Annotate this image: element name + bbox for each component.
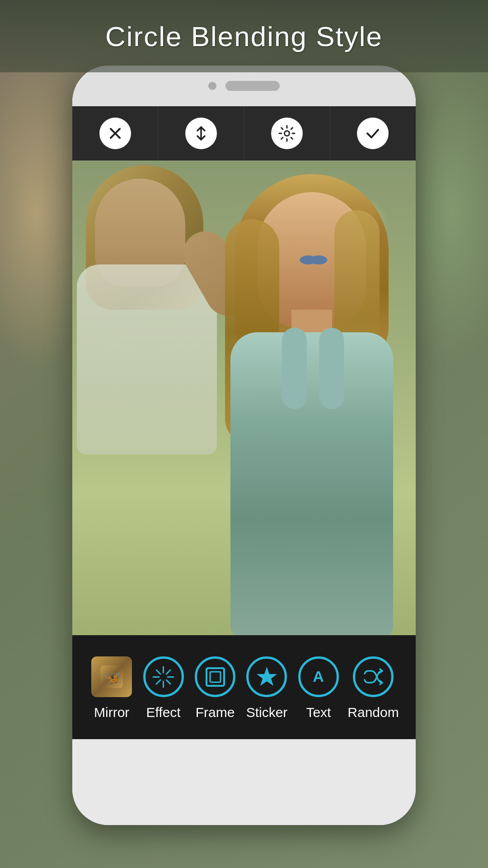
effect-label: Effect — [146, 705, 181, 720]
tool-mirror[interactable]: 🦋 Mirror — [89, 654, 134, 720]
title-area: Circle Blending Style — [0, 0, 488, 72]
sticker-icon-wrap — [244, 654, 289, 699]
random-icon-wrap — [351, 654, 396, 699]
close-icon — [99, 118, 131, 149]
text-label: Text — [306, 705, 331, 720]
photo-canvas[interactable] — [72, 160, 416, 635]
strap-right — [319, 328, 344, 409]
front-camera — [208, 82, 216, 90]
phone-bottom — [72, 739, 416, 825]
frame-label: Frame — [196, 705, 235, 720]
settings-button[interactable] — [244, 106, 330, 160]
sticker-icon — [246, 656, 287, 697]
confirm-button[interactable] — [330, 106, 416, 160]
phone-frame: 🦋 Mirror — [72, 66, 416, 825]
random-label: Random — [347, 705, 399, 720]
secondary-body — [77, 264, 217, 454]
text-icon: A — [298, 656, 339, 697]
svg-line-11 — [166, 670, 170, 674]
person-main — [199, 174, 416, 635]
svg-text:🦋: 🦋 — [103, 670, 121, 686]
action-toolbar — [72, 106, 416, 160]
mirror-icon-wrap: 🦋 — [89, 654, 134, 699]
effect-icon — [143, 656, 184, 697]
frame-icon-wrap — [192, 654, 238, 699]
svg-line-10 — [166, 680, 170, 684]
settings-icon — [271, 118, 303, 149]
strap-left — [282, 328, 307, 409]
svg-line-9 — [156, 670, 160, 674]
frame-icon — [195, 656, 235, 697]
svg-marker-15 — [257, 667, 277, 686]
tool-sticker[interactable]: Sticker — [244, 654, 289, 720]
tool-random[interactable]: Random — [347, 654, 399, 720]
close-button[interactable] — [72, 106, 158, 160]
bottom-toolbar: 🦋 Mirror — [72, 635, 416, 739]
page-title: Circle Blending Style — [105, 20, 383, 52]
svg-line-12 — [156, 680, 160, 684]
main-clothing — [230, 332, 393, 635]
svg-point-2 — [285, 131, 290, 136]
confirm-icon — [357, 118, 389, 149]
main-eye-right — [310, 255, 327, 264]
svg-text:A: A — [313, 668, 324, 685]
sticker-label: Sticker — [246, 705, 288, 720]
tool-frame[interactable]: Frame — [192, 654, 238, 720]
speaker-grill — [225, 81, 280, 91]
random-icon — [353, 656, 394, 697]
swap-icon — [185, 118, 217, 149]
effect-icon-wrap — [141, 654, 186, 699]
svg-rect-13 — [206, 668, 224, 686]
svg-rect-14 — [210, 672, 221, 682]
tool-text[interactable]: A Text — [296, 654, 341, 720]
swap-button[interactable] — [158, 106, 244, 160]
mirror-icon: 🦋 — [91, 656, 132, 697]
mirror-label: Mirror — [94, 705, 129, 720]
tool-effect[interactable]: Effect — [141, 654, 186, 720]
text-icon-wrap: A — [296, 654, 341, 699]
